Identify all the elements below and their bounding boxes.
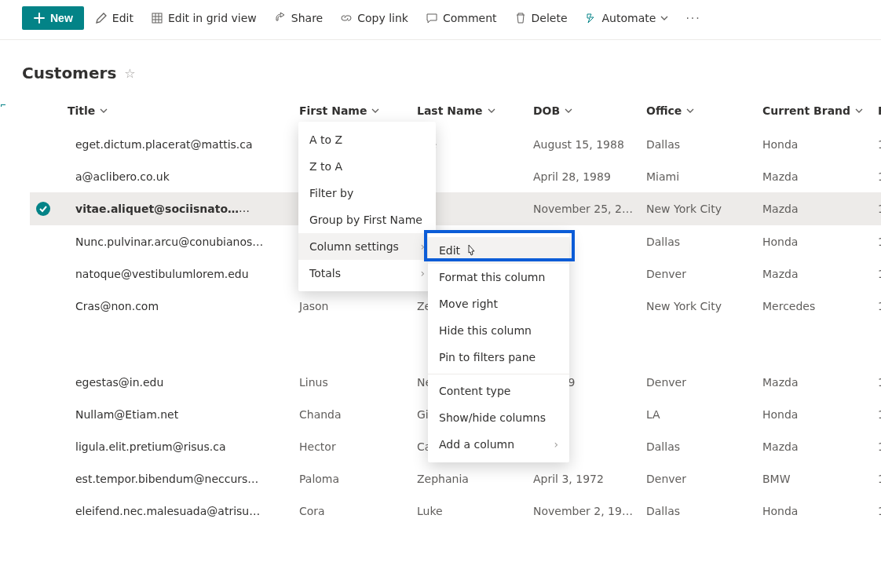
submenu-add[interactable]: Add a column › <box>428 431 569 458</box>
delete-button[interactable]: Delete <box>508 7 574 29</box>
more-actions-button[interactable]: ··· <box>679 12 707 24</box>
column-header-lastname[interactable]: Last Name <box>417 104 495 117</box>
row-extra: 1 <box>872 257 881 290</box>
row-extra: 1 <box>872 160 881 192</box>
comment-icon <box>426 12 438 24</box>
share-label: Share <box>291 12 323 24</box>
comment-button[interactable]: Comment <box>419 7 503 29</box>
new-button[interactable]: New <box>22 6 84 30</box>
column-header-dob[interactable]: DOB <box>533 104 572 117</box>
row-brand: Mazda <box>756 192 872 225</box>
submenu-move-right[interactable]: Move right <box>428 290 569 317</box>
row-office: Miami <box>640 160 756 192</box>
edit-label: Edit <box>112 12 133 24</box>
column-header-title[interactable]: Title <box>68 104 108 117</box>
submenu-format[interactable]: Format this column <box>428 264 569 290</box>
column-header-firstname[interactable]: First Name <box>299 104 379 117</box>
row-title[interactable]: eget.dictum.placerat@mattis.ca <box>68 138 253 151</box>
page-header: Customers ☆ <box>0 40 881 97</box>
trash-icon <box>514 12 527 24</box>
row-lastname: Zephania <box>411 462 527 495</box>
edit-grid-label: Edit in grid view <box>168 12 257 24</box>
favorite-star-icon[interactable]: ☆ <box>124 66 135 81</box>
chevron-down-icon <box>100 107 108 115</box>
row-comment-icon[interactable] <box>281 202 293 216</box>
row-office: New York City <box>640 290 756 322</box>
row-title[interactable]: est.tempor.bibendum@neccursusa.com <box>68 473 264 485</box>
row-title[interactable]: egestas@in.edu <box>68 376 163 389</box>
table-row[interactable]: ⌐a@aclibero.co.ukithApril 28, 1989MiamiM… <box>30 160 881 192</box>
submenu-pin[interactable]: Pin to filters pane <box>428 344 569 371</box>
row-brand: Mazda <box>756 257 872 290</box>
menu-totals[interactable]: Totals › <box>298 260 436 287</box>
column-header-brand[interactable]: Current Brand <box>762 104 863 117</box>
row-office: New York City <box>640 192 756 225</box>
row-office: Denver <box>640 257 756 290</box>
row-title[interactable]: ligula.elit.pretium@risus.ca <box>68 440 225 453</box>
row-extra: 1 <box>872 430 881 462</box>
row-dob: April 28, 1989 <box>527 160 640 192</box>
menu-sort-desc[interactable]: Z to A <box>298 153 436 180</box>
menu-sort-asc[interactable]: A to Z <box>298 126 436 153</box>
submenu-edit[interactable]: Edit <box>428 237 569 264</box>
chevron-down-icon <box>371 107 379 115</box>
column-header-office[interactable]: Office <box>646 104 694 117</box>
row-title[interactable]: Nullam@Etiam.net <box>68 408 178 421</box>
menu-separator <box>428 374 569 374</box>
plus-icon <box>33 12 46 24</box>
table-row[interactable]: ⌐eget.dictum.placerat@mattis.caelleAugus… <box>30 128 881 160</box>
row-extra: 1 <box>872 192 881 225</box>
copylink-button[interactable]: Copy link <box>334 7 415 29</box>
row-brand: BMW <box>756 462 872 495</box>
share-button[interactable]: Share <box>268 7 329 29</box>
chevron-right-icon: › <box>554 438 558 451</box>
chevron-down-icon <box>565 107 572 115</box>
row-office: Denver <box>640 366 756 398</box>
row-office: Denver <box>640 462 756 495</box>
submenu-showhide[interactable]: Show/hide columns <box>428 404 569 431</box>
column-menu: A to Z Z to A Filter by Group by First N… <box>298 122 436 291</box>
table-row[interactable]: ⌐est.tempor.bibendum@neccursusa.comPalom… <box>30 462 881 495</box>
row-title[interactable]: natoque@vestibulumlorem.edu <box>68 268 249 280</box>
chevron-down-icon <box>855 107 863 115</box>
new-button-label: New <box>50 12 73 24</box>
row-title[interactable]: vitae.aliquet@sociisnato… <box>68 203 239 215</box>
row-firstname: Chanda <box>293 398 411 430</box>
edit-grid-button[interactable]: Edit in grid view <box>144 7 263 29</box>
page-title: Customers <box>22 64 116 82</box>
chevron-right-icon: › <box>420 267 425 279</box>
table-row[interactable]: ⌐vitae.aliquet@sociisnato…⋮ithNovember 2… <box>30 192 881 225</box>
edit-button[interactable]: Edit <box>89 7 140 29</box>
row-title[interactable]: a@aclibero.co.uk <box>68 170 170 183</box>
chevron-down-icon <box>660 14 668 22</box>
row-brand: Mazda <box>756 160 872 192</box>
menu-column-settings[interactable]: Column settings › <box>298 233 436 260</box>
submenu-hide[interactable]: Hide this column <box>428 317 569 344</box>
comment-label: Comment <box>443 12 497 24</box>
row-office: Dallas <box>640 128 756 160</box>
menu-filter-by[interactable]: Filter by <box>298 180 436 206</box>
submenu-content-type[interactable]: Content type <box>428 378 569 404</box>
row-brand: Honda <box>756 225 872 257</box>
chevron-right-icon: › <box>420 240 425 253</box>
chevron-down-icon <box>488 107 495 115</box>
row-dob: August 15, 1988 <box>527 128 640 160</box>
row-title[interactable]: eleifend.nec.malesuada@atrisus.ca <box>68 505 264 517</box>
row-title[interactable]: Cras@non.com <box>68 300 159 312</box>
automate-button[interactable]: Automate <box>579 7 675 29</box>
row-extra: 1 <box>872 462 881 495</box>
row-selected-check-icon[interactable] <box>36 202 50 216</box>
row-title[interactable]: Nunc.pulvinar.arcu@conubianostraper.edu <box>68 236 264 248</box>
chevron-down-icon <box>686 107 694 115</box>
row-firstname: Cora <box>293 495 411 527</box>
column-header-extra[interactable]: P <box>878 104 881 117</box>
table-row[interactable]: ⌐eleifend.nec.malesuada@atrisus.caCoraLu… <box>30 495 881 527</box>
row-firstname: Hector <box>293 430 411 462</box>
row-brand: Honda <box>756 495 872 527</box>
grid-icon <box>151 12 163 24</box>
row-brand: Mazda <box>756 366 872 398</box>
row-office: Dallas <box>640 495 756 527</box>
menu-group-by[interactable]: Group by First Name <box>298 206 436 233</box>
row-share-icon[interactable] <box>262 202 273 216</box>
row-brand: Mazda <box>756 430 872 462</box>
